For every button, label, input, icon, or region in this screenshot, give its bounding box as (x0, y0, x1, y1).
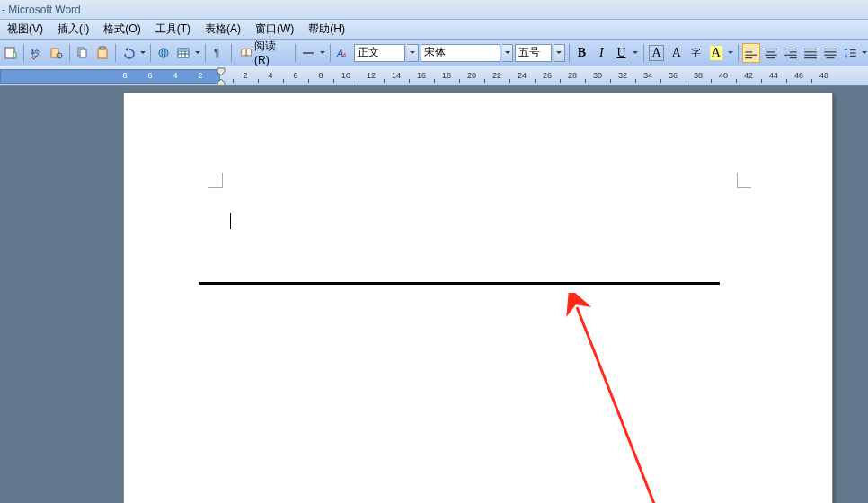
style-combo[interactable]: 正文 (354, 44, 405, 62)
text-cursor (230, 213, 231, 229)
margin-corner-tl (208, 173, 223, 188)
line-spacing-button[interactable] (841, 43, 859, 63)
link-button[interactable] (155, 43, 173, 63)
ruler-number: 14 (392, 71, 401, 80)
ruler-left-margin: 8 6 4 2 (0, 69, 220, 84)
separator (231, 44, 232, 62)
align-left-button[interactable] (742, 43, 760, 63)
ruler-number: 44 (769, 71, 778, 80)
ruler-number: 20 (467, 71, 476, 80)
separator (205, 44, 206, 62)
align-distribute-button[interactable] (821, 43, 839, 63)
copy-button[interactable] (74, 43, 92, 63)
menu-view[interactable]: 视图(V) (2, 20, 49, 39)
font-combo[interactable]: 宋体 (421, 44, 500, 62)
ruler-number: 32 (618, 71, 627, 80)
toolbar-options-button[interactable] (299, 43, 317, 63)
bold-button[interactable]: B (572, 43, 590, 63)
research-button[interactable] (48, 43, 66, 63)
spellcheck-button[interactable]: 秒 (28, 43, 46, 63)
ruler-number: 12 (367, 71, 376, 80)
svg-rect-15 (178, 49, 189, 51)
separator (295, 44, 296, 62)
ruler-number: 28 (568, 71, 577, 80)
ruler-number: 16 (417, 71, 426, 80)
menu-window[interactable]: 窗口(W) (250, 20, 299, 39)
ruler-number: 46 (794, 71, 803, 80)
ruler-number: 6 (293, 71, 297, 80)
paste-button[interactable] (93, 43, 111, 63)
ruler-number: 30 (593, 71, 602, 80)
document-workspace (0, 86, 868, 503)
line-spacing-dropdown[interactable] (861, 43, 868, 63)
undo-button[interactable] (120, 43, 137, 63)
svg-rect-17 (303, 52, 314, 54)
char-box-button[interactable]: A (649, 45, 663, 61)
ruler-number: 22 (492, 71, 501, 80)
title-text: - Microsoft Word (2, 4, 81, 16)
separator (643, 44, 644, 62)
ruler-number: 36 (669, 71, 678, 80)
first-line-indent-marker[interactable] (217, 67, 227, 86)
size-combo[interactable]: 五号 (515, 44, 551, 62)
ruler-number: 48 (819, 71, 828, 80)
ruler[interactable]: 8 6 4 2 24681012141618202224262830323436… (0, 66, 868, 86)
svg-rect-7 (100, 47, 105, 49)
ruler-number: 4 (268, 71, 272, 80)
char-space-button[interactable]: 字 (687, 43, 705, 63)
reading-view-label: 阅读(R) (254, 39, 287, 66)
ruler-number: 18 (442, 71, 451, 80)
show-marks-button[interactable]: ¶ (209, 43, 227, 63)
style-combo-arrow[interactable] (407, 44, 419, 62)
svg-rect-6 (98, 49, 107, 58)
title-bar: - Microsoft Word (0, 0, 868, 20)
separator (150, 44, 151, 62)
separator (738, 44, 739, 62)
highlight-dropdown[interactable] (727, 43, 734, 63)
menu-format[interactable]: 格式(O) (98, 20, 146, 39)
print-preview-button[interactable] (2, 43, 20, 63)
align-right-button[interactable] (782, 43, 800, 63)
ruler-number: 40 (719, 71, 728, 80)
ruler-number: 34 (643, 71, 652, 80)
undo-dropdown[interactable] (139, 43, 146, 63)
char-a-button[interactable]: A (668, 43, 686, 63)
svg-rect-5 (80, 49, 86, 57)
toolbar: 秒 ¶ 阅读(R) A4 正文 宋体 五号 B I U A A 字 A (0, 40, 868, 66)
underline-button[interactable]: U (612, 43, 630, 63)
ruler-number: 10 (341, 71, 350, 80)
menu-help[interactable]: 帮助(H) (303, 20, 350, 39)
ruler-number: 26 (543, 71, 552, 80)
menu-bar: 视图(V) 插入(I) 格式(O) 工具(T) 表格(A) 窗口(W) 帮助(H… (0, 20, 868, 40)
align-center-button[interactable] (762, 43, 780, 63)
separator (330, 44, 331, 62)
svg-rect-2 (51, 49, 58, 57)
menu-tools[interactable]: 工具(T) (150, 20, 196, 39)
menu-insert[interactable]: 插入(I) (52, 20, 94, 39)
table-button[interactable] (174, 43, 192, 63)
document-page[interactable] (123, 93, 833, 503)
separator (23, 44, 24, 62)
separator (69, 44, 70, 62)
svg-text:4: 4 (342, 51, 347, 59)
size-combo-arrow[interactable] (554, 44, 565, 62)
ruler-number: 24 (518, 71, 527, 80)
reading-view-button[interactable]: 阅读(R) (235, 43, 292, 63)
toolbar-options-dropdown[interactable] (319, 43, 326, 63)
font-style-icon[interactable]: A4 (334, 43, 352, 63)
svg-text:¶: ¶ (214, 47, 219, 59)
menu-table[interactable]: 表格(A) (199, 20, 246, 39)
align-justify-button[interactable] (802, 43, 819, 63)
underline-dropdown[interactable] (632, 43, 639, 63)
ruler-number: 42 (744, 71, 753, 80)
font-combo-arrow[interactable] (502, 44, 514, 62)
svg-point-8 (159, 49, 168, 57)
horizontal-rule (199, 282, 720, 285)
separator (569, 44, 570, 62)
separator (115, 44, 116, 62)
highlight-button[interactable]: A (707, 43, 725, 63)
svg-text:秒: 秒 (31, 48, 40, 57)
italic-button[interactable]: I (592, 43, 610, 63)
ruler-number: 8 (318, 71, 323, 80)
table-dropdown[interactable] (194, 43, 201, 63)
